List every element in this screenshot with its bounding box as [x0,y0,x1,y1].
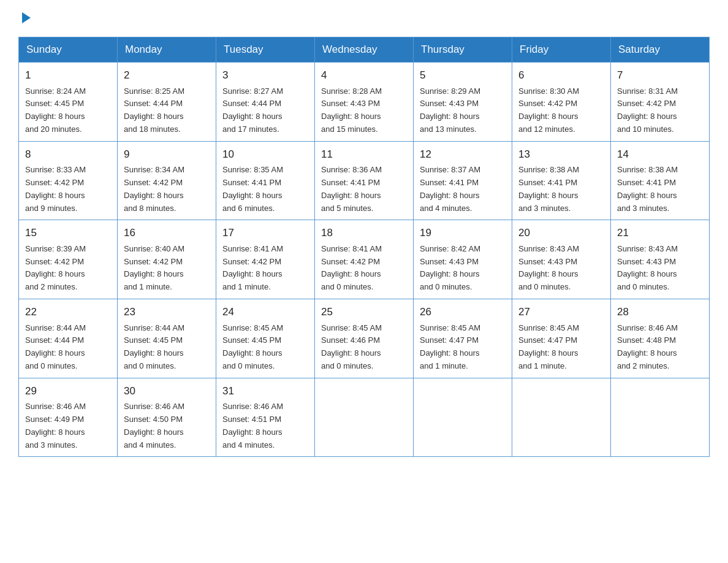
sunset-text: Sunset: 4:44 PM [124,99,183,108]
sunrise-text: Sunrise: 8:36 AM [321,165,382,174]
day-number: 26 [420,304,506,320]
sunset-text: Sunset: 4:43 PM [420,257,479,266]
sunset-text: Sunset: 4:42 PM [321,257,380,266]
sunset-text: Sunset: 4:42 PM [124,257,183,266]
daylight-text: Daylight: 8 hours [321,269,381,278]
table-row: 9 Sunrise: 8:34 AM Sunset: 4:42 PM Dayli… [118,141,216,220]
day-number: 31 [222,383,308,399]
daylight-text: Daylight: 8 hours [124,348,184,358]
sunset-text: Sunset: 4:46 PM [321,335,380,345]
daylight-text: Daylight: 8 hours [617,191,677,200]
daylight-minutes: and 4 minutes. [124,440,176,450]
sunset-text: Sunset: 4:41 PM [420,178,479,187]
day-number: 18 [321,225,407,241]
day-number: 3 [222,67,308,83]
table-row: 27 Sunrise: 8:45 AM Sunset: 4:47 PM Dayl… [512,299,611,378]
sunset-text: Sunset: 4:43 PM [518,257,577,266]
daylight-text: Daylight: 8 hours [617,112,677,121]
daylight-minutes: and 12 minutes. [518,124,575,134]
daylight-minutes: and 0 minutes. [321,282,373,291]
daylight-text: Daylight: 8 hours [25,112,85,121]
day-number: 25 [321,304,407,320]
day-number: 15 [25,225,111,241]
daylight-minutes: and 2 minutes. [617,361,669,370]
day-info: Sunrise: 8:40 AM Sunset: 4:42 PM Dayligh… [124,243,210,294]
daylight-minutes: and 2 minutes. [25,282,77,291]
table-row: 3 Sunrise: 8:27 AM Sunset: 4:44 PM Dayli… [216,63,315,142]
day-number: 17 [222,225,308,241]
sunrise-text: Sunrise: 8:39 AM [25,244,86,253]
day-number: 24 [222,304,308,320]
day-number: 4 [321,67,407,83]
svg-marker-0 [22,12,31,23]
sunrise-text: Sunrise: 8:46 AM [25,402,86,411]
daylight-minutes: and 4 minutes. [222,440,275,450]
daylight-text: Daylight: 8 hours [124,269,184,278]
sunset-text: Sunset: 4:50 PM [124,415,183,424]
sunset-text: Sunset: 4:42 PM [124,178,183,187]
sunrise-text: Sunrise: 8:43 AM [617,244,678,253]
daylight-text: Daylight: 8 hours [25,348,85,358]
day-info: Sunrise: 8:37 AM Sunset: 4:41 PM Dayligh… [420,164,506,215]
day-number: 13 [518,147,604,163]
sunset-text: Sunset: 4:47 PM [518,335,577,345]
daylight-text: Daylight: 8 hours [321,112,381,121]
calendar-week-row: 8 Sunrise: 8:33 AM Sunset: 4:42 PM Dayli… [19,141,710,220]
day-number: 16 [124,225,210,241]
sunrise-text: Sunrise: 8:44 AM [25,323,86,332]
sunrise-text: Sunrise: 8:44 AM [124,323,184,332]
sunset-text: Sunset: 4:41 PM [222,178,281,187]
table-row: 29 Sunrise: 8:46 AM Sunset: 4:49 PM Dayl… [19,378,118,457]
daylight-minutes: and 0 minutes. [222,361,275,370]
daylight-minutes: and 3 minutes. [617,204,669,213]
daylight-minutes: and 5 minutes. [321,204,373,213]
sunrise-text: Sunrise: 8:45 AM [518,323,579,332]
calendar-header-row: Sunday Monday Tuesday Wednesday Thursday… [19,37,710,63]
daylight-text: Daylight: 8 hours [222,112,282,121]
col-thursday: Thursday [414,37,512,63]
day-info: Sunrise: 8:28 AM Sunset: 4:43 PM Dayligh… [321,85,407,136]
sunset-text: Sunset: 4:41 PM [321,178,380,187]
day-number: 9 [124,147,210,163]
table-row: 11 Sunrise: 8:36 AM Sunset: 4:41 PM Dayl… [315,141,414,220]
sunset-text: Sunset: 4:43 PM [321,99,380,108]
daylight-text: Daylight: 8 hours [124,112,184,121]
day-number: 21 [617,225,703,241]
day-number: 12 [420,147,506,163]
table-row [512,378,611,457]
table-row: 8 Sunrise: 8:33 AM Sunset: 4:42 PM Dayli… [19,141,118,220]
day-number: 27 [518,304,604,320]
daylight-text: Daylight: 8 hours [25,427,85,437]
day-info: Sunrise: 8:24 AM Sunset: 4:45 PM Dayligh… [25,85,111,136]
table-row: 16 Sunrise: 8:40 AM Sunset: 4:42 PM Dayl… [118,220,216,299]
sunrise-text: Sunrise: 8:41 AM [321,244,382,253]
table-row: 1 Sunrise: 8:24 AM Sunset: 4:45 PM Dayli… [19,63,118,142]
daylight-text: Daylight: 8 hours [124,427,184,437]
calendar-week-row: 1 Sunrise: 8:24 AM Sunset: 4:45 PM Dayli… [19,63,710,142]
table-row: 24 Sunrise: 8:45 AM Sunset: 4:45 PM Dayl… [216,299,315,378]
sunset-text: Sunset: 4:45 PM [222,335,281,345]
daylight-minutes: and 8 minutes. [124,204,176,213]
day-info: Sunrise: 8:38 AM Sunset: 4:41 PM Dayligh… [518,164,604,215]
sunrise-text: Sunrise: 8:25 AM [124,86,184,96]
daylight-minutes: and 0 minutes. [518,282,571,291]
sunset-text: Sunset: 4:45 PM [25,99,84,108]
daylight-text: Daylight: 8 hours [124,191,184,200]
day-info: Sunrise: 8:29 AM Sunset: 4:43 PM Dayligh… [420,85,506,136]
daylight-text: Daylight: 8 hours [420,112,480,121]
daylight-text: Daylight: 8 hours [321,191,381,200]
logo-arrow-icon [20,11,33,25]
sunrise-text: Sunrise: 8:45 AM [222,323,283,332]
day-info: Sunrise: 8:34 AM Sunset: 4:42 PM Dayligh… [124,164,210,215]
sunrise-text: Sunrise: 8:46 AM [222,402,283,411]
sunset-text: Sunset: 4:47 PM [420,335,479,345]
daylight-text: Daylight: 8 hours [420,269,480,278]
sunrise-text: Sunrise: 8:38 AM [518,165,579,174]
sunrise-text: Sunrise: 8:37 AM [420,165,480,174]
day-info: Sunrise: 8:46 AM Sunset: 4:51 PM Dayligh… [222,400,308,451]
day-info: Sunrise: 8:46 AM Sunset: 4:49 PM Dayligh… [25,400,111,451]
daylight-text: Daylight: 8 hours [222,427,282,437]
table-row: 4 Sunrise: 8:28 AM Sunset: 4:43 PM Dayli… [315,63,414,142]
col-wednesday: Wednesday [315,37,414,63]
sunset-text: Sunset: 4:43 PM [617,257,676,266]
